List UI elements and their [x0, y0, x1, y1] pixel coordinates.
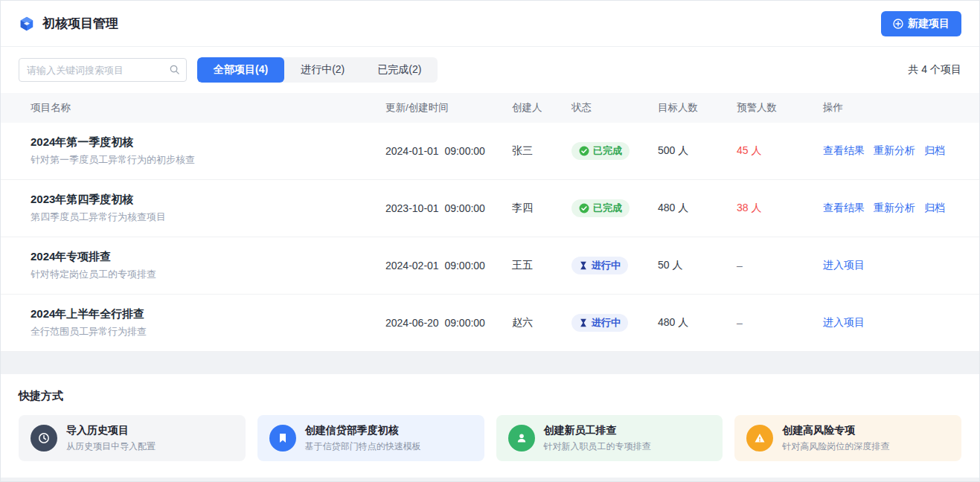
- project-name: 2024年专项排查: [31, 250, 385, 264]
- project-description: 全行范围员工异常行为排查: [31, 325, 385, 338]
- archive-link[interactable]: 归档: [924, 144, 945, 158]
- reanalyze-link[interactable]: 重新分析: [874, 202, 915, 215]
- archive-link[interactable]: 归档: [924, 202, 945, 215]
- reanalyze-link[interactable]: 重新分析: [874, 144, 915, 158]
- project-name-cell: 2024年专项排查 针对特定岗位员工的专项排查: [19, 250, 385, 281]
- col-header-name: 项目名称: [19, 101, 385, 115]
- row-actions: 进入项目: [823, 316, 961, 330]
- target-count: 50 人: [658, 259, 737, 272]
- page-header: 初核项目管理 新建项目: [1, 1, 979, 47]
- project-name-cell: 2024年第一季度初核 针对第一季度员工异常行为的初步核查: [19, 135, 385, 167]
- shortcut-import-history[interactable]: 导入历史项目 从历史项目中导入配置: [19, 415, 246, 461]
- warning-icon: [746, 425, 773, 452]
- project-status-cell: 已完成: [571, 199, 658, 217]
- project-filter-tabs: 全部项目(4) 进行中(2) 已完成(2): [197, 57, 438, 83]
- warning-count: 45 人: [737, 144, 823, 158]
- plus-circle-icon: [893, 19, 903, 29]
- view-results-link[interactable]: 查看结果: [823, 202, 865, 215]
- status-badge: 已完成: [571, 142, 630, 160]
- new-project-button-label: 新建项目: [908, 17, 949, 30]
- table-row: 2024年第一季度初核 针对第一季度员工异常行为的初步核查 2024-01-01…: [1, 123, 979, 180]
- table-row: 2024年上半年全行排查 全行范围员工异常行为排查 2024-06-20 09:…: [1, 295, 979, 352]
- project-creator: 李四: [512, 202, 571, 215]
- enter-project-link[interactable]: 进入项目: [823, 259, 865, 272]
- project-status-cell: 进行中: [571, 257, 658, 274]
- tab-completed[interactable]: 已完成(2): [361, 57, 438, 83]
- toolbar: 全部项目(4) 进行中(2) 已完成(2) 共 4 个项目: [1, 47, 979, 93]
- shortcut-text: 创建新员工排查 针对新入职员工的专项排查: [544, 424, 651, 453]
- project-creator: 王五: [512, 259, 571, 272]
- history-icon: [31, 425, 57, 452]
- col-header-warning: 预警人数: [737, 101, 823, 115]
- shortcut-credit-dept-review[interactable]: 创建信贷部季度初核 基于信贷部门特点的快速模板: [257, 415, 484, 461]
- warning-count: –: [737, 317, 823, 329]
- shortcut-text: 创建信贷部季度初核 基于信贷部门特点的快速模板: [305, 424, 421, 453]
- app-cube-icon: [19, 16, 35, 32]
- project-description: 针对特定岗位员工的专项排查: [31, 268, 385, 281]
- col-header-actions: 操作: [823, 101, 961, 115]
- project-status-cell: 已完成: [571, 142, 658, 160]
- shortcut-text: 导入历史项目 从历史项目中导入配置: [66, 424, 156, 453]
- total-project-count: 共 4 个项目: [908, 63, 961, 77]
- new-project-button[interactable]: 新建项目: [881, 11, 961, 36]
- row-actions: 查看结果 重新分析 归档: [823, 144, 961, 158]
- project-time: 2024-01-01 09:00:00: [385, 145, 512, 157]
- table-header-row: 项目名称 更新/创建时间 创建人 状态 目标人数 预警人数 操作: [1, 93, 979, 123]
- project-time: 2024-02-01 09:00:00: [385, 260, 512, 271]
- tab-all-projects[interactable]: 全部项目(4): [197, 57, 284, 83]
- shortcuts-panel: 快捷方式 导入历史项目 从历史项目中导入配置 创建信贷部季度初核: [1, 374, 979, 478]
- project-creator: 赵六: [512, 316, 571, 330]
- project-time: 2023-10-01 09:00:00: [385, 202, 512, 214]
- status-badge: 已完成: [571, 199, 630, 217]
- view-results-link[interactable]: 查看结果: [823, 144, 865, 158]
- hourglass-icon: [579, 261, 588, 270]
- project-name-cell: 2023年第四季度初核 第四季度员工异常行为核查项目: [19, 193, 385, 224]
- col-header-creator: 创建人: [512, 101, 571, 115]
- target-count: 480 人: [658, 202, 737, 215]
- project-name: 2023年第四季度初核: [31, 193, 385, 207]
- table-row: 2023年第四季度初核 第四季度员工异常行为核查项目 2023-10-01 09…: [1, 180, 979, 237]
- shortcut-desc: 针对高风险岗位的深度排查: [782, 440, 889, 453]
- shortcut-list: 导入历史项目 从历史项目中导入配置 创建信贷部季度初核 基于信贷部门特点的快速模…: [19, 415, 961, 461]
- section-gap: [1, 352, 979, 374]
- project-creator: 张三: [512, 144, 571, 158]
- status-badge: 进行中: [571, 314, 628, 332]
- row-actions: 进入项目: [823, 259, 961, 272]
- row-actions: 查看结果 重新分析 归档: [823, 202, 961, 215]
- status-badge: 进行中: [571, 257, 628, 274]
- status-label: 进行中: [592, 316, 621, 330]
- project-description: 针对第一季度员工异常行为的初步核查: [31, 153, 385, 167]
- project-description: 第四季度员工异常行为核查项目: [31, 211, 385, 224]
- shortcut-high-risk-special[interactable]: 创建高风险专项 针对高风险岗位的深度排查: [734, 415, 961, 461]
- search-input[interactable]: [19, 58, 187, 82]
- col-header-status: 状态: [571, 101, 658, 115]
- project-name: 2024年上半年全行排查: [31, 307, 385, 321]
- search-box: [19, 58, 187, 82]
- shortcut-title: 创建新员工排查: [544, 424, 651, 437]
- warning-count: 38 人: [737, 202, 823, 215]
- project-name: 2024年第一季度初核: [31, 135, 385, 150]
- status-label: 已完成: [593, 144, 622, 158]
- col-header-time: 更新/创建时间: [385, 101, 512, 115]
- page-title: 初核项目管理: [42, 15, 118, 32]
- search-icon: [169, 64, 180, 78]
- shortcut-title: 导入历史项目: [66, 424, 156, 437]
- hourglass-icon: [579, 318, 588, 327]
- col-header-target: 目标人数: [658, 101, 737, 115]
- shortcut-title: 创建高风险专项: [782, 424, 889, 437]
- tab-in-progress[interactable]: 进行中(2): [284, 57, 361, 83]
- shortcut-desc: 从历史项目中导入配置: [66, 440, 156, 453]
- project-name-cell: 2024年上半年全行排查 全行范围员工异常行为排查: [19, 307, 385, 338]
- shortcut-text: 创建高风险专项 针对高风险岗位的深度排查: [782, 424, 889, 453]
- target-count: 500 人: [658, 144, 737, 158]
- project-time: 2024-06-20 09:00:00: [385, 317, 512, 329]
- project-status-cell: 进行中: [571, 314, 658, 332]
- warning-count: –: [737, 260, 823, 271]
- enter-project-link[interactable]: 进入项目: [823, 316, 865, 330]
- project-table: 项目名称 更新/创建时间 创建人 状态 目标人数 预警人数 操作 2024年第一…: [1, 93, 979, 352]
- table-row: 2024年专项排查 针对特定岗位员工的专项排查 2024-02-01 09:00…: [1, 237, 979, 295]
- person-icon: [508, 425, 535, 452]
- project-management-panel: 初核项目管理 新建项目 全部项目(4) 进行中(2) 已完成(2): [1, 1, 979, 352]
- status-label: 已完成: [593, 202, 622, 215]
- shortcut-new-employee-check[interactable]: 创建新员工排查 针对新入职员工的专项排查: [496, 415, 723, 461]
